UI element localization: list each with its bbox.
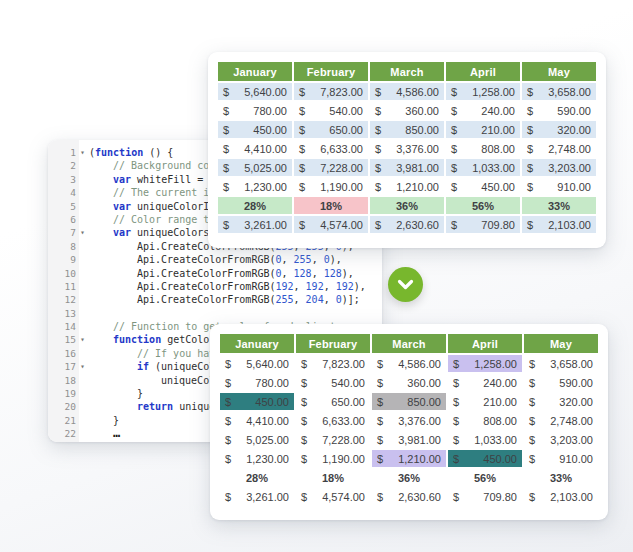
cell-value: 1,258.00 (472, 86, 515, 98)
money-cell: $540.00 (296, 374, 370, 391)
code-text: Api.CreateColorFromRGB(0, 128, 128), (89, 268, 354, 279)
money-cell: $6,633.00 (296, 412, 370, 429)
cell-value: 3,203.00 (548, 162, 591, 174)
line-number: 3 (52, 173, 76, 186)
cell-value: 650.00 (331, 396, 365, 408)
cell-value: 540.00 (329, 105, 363, 117)
currency-symbol: $ (451, 181, 457, 193)
cell-value: 4,574.00 (320, 219, 363, 231)
line-number: 2 (52, 159, 76, 172)
month-table-top: JanuaryFebruaryMarchAprilMay$5,640.00$7,… (216, 60, 598, 235)
spreadsheet-card-top: JanuaryFebruaryMarchAprilMay$5,640.00$7,… (208, 52, 606, 248)
cell-value: 320.00 (557, 124, 591, 136)
currency-symbol: $ (375, 105, 381, 117)
currency-symbol: $ (299, 181, 305, 193)
currency-symbol: $ (453, 377, 459, 389)
money-cell: $4,410.00 (220, 412, 294, 429)
table-row: $780.00$540.00$360.00$240.00$590.00 (220, 374, 598, 391)
money-cell: $210.00 (448, 393, 522, 410)
money-cell: $1,230.00 (218, 178, 292, 195)
money-cell: $650.00 (296, 393, 370, 410)
line-number: 7 (52, 226, 76, 239)
currency-symbol: $ (301, 434, 307, 446)
cell-value: 4,574.00 (322, 491, 365, 503)
cell-value: 450.00 (481, 181, 515, 193)
money-cell: $780.00 (220, 374, 294, 391)
cell-value: 3,261.00 (246, 491, 289, 503)
money-cell: $1,190.00 (294, 178, 368, 195)
money-cell: $5,025.00 (218, 159, 292, 176)
money-cell: $450.00 (448, 450, 522, 467)
cell-value: 2,630.60 (398, 491, 441, 503)
cell-value: 5,025.00 (246, 434, 289, 446)
currency-symbol: $ (375, 124, 381, 136)
code-token: } (113, 415, 119, 426)
percent-cell: 36% (370, 197, 444, 214)
money-cell: $3,376.00 (372, 412, 446, 429)
currency-symbol: $ (529, 491, 535, 503)
money-cell: $540.00 (294, 102, 368, 119)
currency-symbol: $ (225, 377, 231, 389)
money-cell: $320.00 (524, 393, 598, 410)
cell-value: 3,981.00 (398, 434, 441, 446)
percent-cell: 28% (218, 197, 292, 214)
money-cell: $590.00 (524, 374, 598, 391)
currency-symbol: $ (301, 358, 307, 370)
money-cell: $450.00 (218, 121, 292, 138)
month-column-header: April (446, 62, 520, 81)
money-cell: $709.80 (448, 488, 522, 505)
code-token: … (113, 426, 120, 440)
month-column-header: March (372, 334, 446, 353)
header-row: JanuaryFebruaryMarchAprilMay (218, 62, 596, 81)
currency-symbol: $ (377, 434, 383, 446)
cell-value: 7,228.00 (320, 162, 363, 174)
cell-value: 2,748.00 (550, 415, 593, 427)
money-cell: $5,025.00 (220, 431, 294, 448)
fold-toggle-icon[interactable]: ▾ (76, 333, 89, 346)
currency-symbol: $ (529, 434, 535, 446)
cell-value: 450.00 (253, 124, 287, 136)
cell-value: 1,230.00 (244, 181, 287, 193)
line-number: 13 (52, 307, 76, 320)
cell-value: 1,033.00 (472, 162, 515, 174)
line-number: 14 (52, 320, 76, 333)
currency-symbol: $ (299, 124, 305, 136)
cell-value: 850.00 (407, 396, 441, 408)
currency-symbol: $ (451, 219, 457, 231)
fold-toggle-icon[interactable]: ▾ (76, 146, 89, 159)
money-cell: $360.00 (370, 102, 444, 119)
cell-value: 240.00 (481, 105, 515, 117)
cell-value: 709.80 (481, 219, 515, 231)
currency-symbol: $ (527, 105, 533, 117)
line-number: 20 (52, 400, 76, 413)
table-row: $780.00$540.00$360.00$240.00$590.00 (218, 102, 596, 119)
cell-value: 1,210.00 (396, 181, 439, 193)
expand-button[interactable] (388, 267, 423, 302)
money-cell: $2,630.60 (370, 216, 444, 233)
cell-value: 2,630.60 (396, 219, 439, 231)
cell-value: 540.00 (331, 377, 365, 389)
line-number: 10 (52, 267, 76, 280)
currency-symbol: $ (451, 124, 457, 136)
money-cell: $1,230.00 (220, 450, 294, 467)
code-token: if (137, 361, 149, 372)
currency-symbol: $ (527, 181, 533, 193)
code-token: var (113, 201, 131, 212)
money-cell: $1,033.00 (448, 431, 522, 448)
code-token: 255 (294, 254, 312, 265)
code-token: ), (342, 268, 354, 279)
money-cell: $3,203.00 (524, 431, 598, 448)
fold-toggle-icon[interactable]: ▾ (76, 360, 89, 373)
cell-value: 320.00 (559, 396, 593, 408)
cell-value: 1,258.00 (474, 358, 517, 370)
line-number: 1 (52, 146, 76, 159)
cell-value: 2,103.00 (550, 491, 593, 503)
month-column-header: February (296, 334, 370, 353)
currency-symbol: $ (375, 219, 381, 231)
currency-symbol: $ (377, 453, 383, 465)
currency-symbol: $ (223, 143, 229, 155)
code-text: Api.CreateColorFromRGB(192, 192, 192), (89, 281, 366, 292)
code-token: Api.CreateColorFromRGB( (137, 254, 275, 265)
fold-toggle-icon[interactable]: ▾ (76, 226, 89, 239)
money-cell: $1,210.00 (372, 450, 446, 467)
